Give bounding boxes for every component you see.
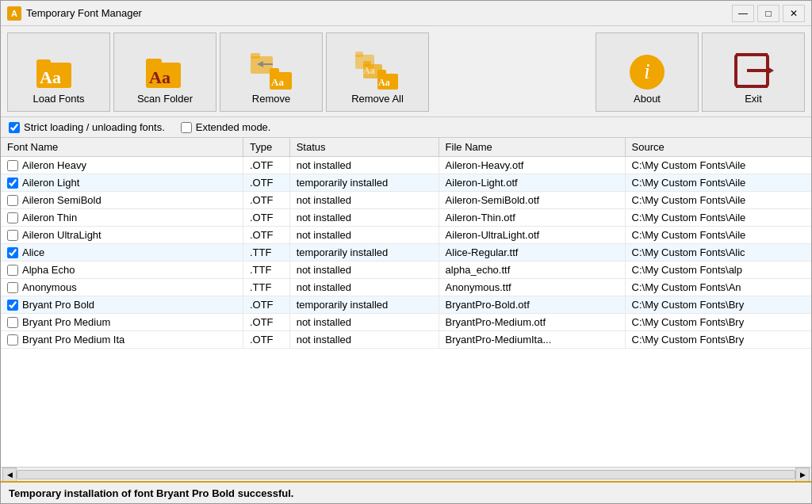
row-type: .OTF — [243, 296, 289, 314]
table-row[interactable]: Bryant Pro Bold.OTFtemporarily installed… — [1, 296, 811, 314]
col-header-name[interactable]: Font Name — [1, 138, 243, 157]
row-source: C:\My Custom Fonts\Bry — [625, 296, 811, 314]
col-header-status[interactable]: Status — [289, 138, 439, 157]
row-font-name: Alice — [22, 246, 44, 258]
main-window: A Temporary Font Manager — □ ✕ Aa Load F… — [0, 0, 812, 504]
font-table-body: Aileron Heavy.OTFnot installedAileron-He… — [1, 157, 811, 349]
row-checkbox[interactable] — [7, 160, 18, 171]
row-name-cell[interactable]: Aileron SemiBold — [7, 194, 236, 206]
extended-mode-checkbox[interactable] — [181, 122, 192, 133]
row-name-cell[interactable]: Bryant Pro Medium Ita — [7, 334, 236, 346]
row-font-name: Bryant Pro Medium — [22, 316, 110, 328]
row-checkbox[interactable] — [7, 300, 18, 311]
row-source: C:\My Custom Fonts\Aile — [625, 157, 811, 174]
svg-text:Aa: Aa — [363, 65, 375, 76]
row-name-cell[interactable]: Bryant Pro Bold — [7, 299, 236, 311]
exit-button[interactable]: Exit — [702, 32, 805, 112]
row-type: .OTF — [243, 331, 289, 349]
load-fonts-label: Load Fonts — [33, 93, 84, 105]
extended-mode-label: Extended mode. — [196, 121, 271, 133]
scroll-left-button[interactable]: ◀ — [2, 468, 17, 482]
table-row[interactable]: Aileron SemiBold.OTFnot installedAileron… — [1, 192, 811, 209]
table-row[interactable]: Aileron Heavy.OTFnot installedAileron-He… — [1, 157, 811, 174]
exit-label: Exit — [745, 93, 762, 105]
row-name-cell[interactable]: Aileron Heavy — [7, 159, 236, 171]
row-name-cell[interactable]: Alpha Echo — [7, 264, 236, 276]
row-checkbox[interactable] — [7, 265, 18, 276]
row-source: C:\My Custom Fonts\Aile — [625, 174, 811, 192]
row-status: not installed — [289, 157, 439, 174]
row-type: .TTF — [243, 244, 289, 262]
row-checkbox[interactable] — [7, 178, 18, 189]
h-scrollbar-track[interactable] — [17, 470, 795, 479]
remove-all-button[interactable]: Aa Aa Remove All — [326, 32, 429, 112]
svg-rect-1 — [36, 59, 51, 66]
minimize-button[interactable]: — — [732, 5, 754, 22]
about-button[interactable]: i About — [596, 32, 699, 112]
row-filename: Alice-Regular.ttf — [439, 244, 625, 262]
row-filename: BryantPro-Medium.otf — [439, 314, 625, 331]
col-header-source[interactable]: Source — [625, 138, 811, 157]
row-checkbox[interactable] — [7, 212, 18, 223]
row-source: C:\My Custom Fonts\Aile — [625, 192, 811, 209]
row-type: .TTF — [243, 279, 289, 296]
load-fonts-button[interactable]: Aa Load Fonts — [7, 32, 110, 112]
col-header-filename[interactable]: File Name — [439, 138, 625, 157]
svg-rect-9 — [270, 68, 279, 74]
strict-loading-checkbox[interactable] — [9, 122, 20, 133]
remove-all-icon: Aa Aa — [355, 48, 400, 93]
svg-text:Aa: Aa — [149, 67, 170, 87]
row-filename: Aileron-Light.otf — [439, 174, 625, 192]
row-name-cell[interactable]: Alice — [7, 246, 236, 258]
table-row[interactable]: Aileron UltraLight.OTFnot installedAiler… — [1, 227, 811, 244]
row-checkbox[interactable] — [7, 317, 18, 328]
row-checkbox[interactable] — [7, 334, 18, 346]
maximize-button[interactable]: □ — [757, 5, 779, 22]
row-font-name: Aileron Heavy — [22, 159, 86, 171]
col-header-type[interactable]: Type — [243, 138, 289, 157]
title-bar: A Temporary Font Manager — □ ✕ — [1, 1, 811, 26]
extended-mode-option[interactable]: Extended mode. — [181, 121, 271, 133]
table-row[interactable]: Aileron Thin.OTFnot installedAileron-Thi… — [1, 209, 811, 227]
row-font-name: Bryant Pro Bold — [22, 299, 94, 311]
row-filename: Aileron-Heavy.otf — [439, 157, 625, 174]
table-row[interactable]: Alice.TTFtemporarily installedAlice-Regu… — [1, 244, 811, 262]
table-row[interactable]: Anonymous.TTFnot installedAnonymous.ttfC… — [1, 279, 811, 296]
row-status: not installed — [289, 227, 439, 244]
svg-rect-14 — [355, 52, 363, 57]
options-row: Strict loading / unloading fonts. Extend… — [1, 117, 811, 138]
row-checkbox[interactable] — [7, 195, 18, 206]
strict-loading-option[interactable]: Strict loading / unloading fonts. — [9, 121, 165, 133]
svg-rect-7 — [251, 53, 260, 59]
table-row[interactable]: Aileron Light.OTFtemporarily installedAi… — [1, 174, 811, 192]
close-button[interactable]: ✕ — [783, 5, 805, 22]
row-status: not installed — [289, 279, 439, 296]
row-name-cell[interactable]: Aileron UltraLight — [7, 229, 236, 241]
remove-button[interactable]: Aa Remove — [220, 32, 323, 112]
scan-folder-button[interactable]: Aa Scan Folder — [113, 32, 216, 112]
scroll-right-button[interactable]: ▶ — [795, 468, 810, 482]
table-scroll[interactable]: Font Name Type Status File Name Source A… — [1, 138, 811, 467]
table-row[interactable]: Bryant Pro Medium.OTFnot installedBryant… — [1, 314, 811, 331]
row-name-cell[interactable]: Aileron Light — [7, 177, 236, 189]
row-type: .OTF — [243, 174, 289, 192]
row-checkbox[interactable] — [7, 247, 18, 258]
row-status: temporarily installed — [289, 174, 439, 192]
row-checkbox[interactable] — [7, 282, 18, 293]
table-row[interactable]: Bryant Pro Medium Ita.OTFnot installedBr… — [1, 331, 811, 349]
row-checkbox[interactable] — [7, 230, 18, 241]
row-name-cell[interactable]: Aileron Thin — [7, 212, 236, 223]
row-source: C:\My Custom Fonts\Aile — [625, 209, 811, 227]
row-source: C:\My Custom Fonts\alp — [625, 262, 811, 279]
svg-rect-18 — [377, 70, 386, 76]
row-status: not installed — [289, 209, 439, 227]
row-status: temporarily installed — [289, 296, 439, 314]
row-name-cell[interactable]: Bryant Pro Medium — [7, 316, 236, 328]
remove-all-label: Remove All — [351, 93, 404, 105]
svg-text:Aa: Aa — [378, 77, 390, 88]
row-name-cell[interactable]: Anonymous — [7, 281, 236, 293]
about-icon: i — [625, 48, 669, 93]
row-font-name: Aileron UltraLight — [22, 229, 102, 241]
table-row[interactable]: Alpha Echo.TTFnot installedalpha_echo.tt… — [1, 262, 811, 279]
remove-icon: Aa — [249, 48, 293, 93]
